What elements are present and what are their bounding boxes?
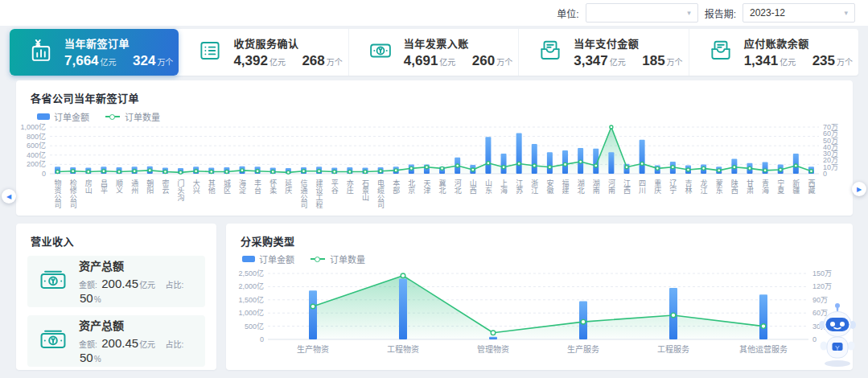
svg-text:顺义: 顺义 [115, 179, 123, 194]
kpi-strip: 当年新签订单 7,664亿元 324万个 收货服务确认 4,392亿元 268万… [10, 29, 858, 76]
panel-title: 分采购类型 [241, 233, 295, 249]
svg-text:管理物资: 管理物资 [477, 344, 509, 354]
legend-label: 订单数量 [330, 253, 365, 265]
kpi-amount-unit: 亿元 [780, 58, 796, 67]
svg-text:1,000亿: 1,000亿 [20, 122, 46, 131]
kpi-count: 235 [812, 53, 835, 68]
svg-text:工程物资: 工程物资 [387, 344, 419, 354]
svg-text:600亿: 600亿 [27, 141, 46, 150]
kpi-count-unit: 万个 [837, 58, 853, 67]
kpi-amount-unit: 亿元 [269, 58, 286, 67]
svg-text:吉林: 吉林 [684, 179, 692, 195]
kpi-title: 当年新签订单 [64, 35, 173, 51]
ratio-label: 占比: [166, 340, 184, 349]
legend-label: 订单金额 [259, 253, 294, 265]
period-filter-label: 报告期: [705, 6, 736, 20]
revenue-panel: 营业收入 资产总额 金额: 200.45亿元 占比: 50% [16, 224, 216, 370]
svg-text:建设工程: 建设工程 [315, 179, 323, 209]
legend-item-order-count[interactable]: 订单数量 [311, 253, 365, 265]
amount-value: 200.45 [101, 336, 138, 350]
svg-text:密云: 密云 [161, 179, 169, 195]
svg-text:其他运营服务: 其他运营服务 [739, 344, 788, 354]
amount-label: 金额: [79, 281, 97, 290]
kpi-amount: 4,691 [404, 53, 438, 68]
carousel-next-button[interactable]: ▶ [852, 182, 866, 196]
ratio-unit: % [94, 355, 101, 364]
asset-total-card[interactable]: 资产总额 金额: 200.45亿元 占比: 50% [27, 256, 205, 307]
kpi-amount-unit: 亿元 [610, 58, 626, 67]
kpi-title: 当年支付金额 [574, 35, 682, 51]
unit-select[interactable]: ▾ [586, 3, 698, 23]
panel-title: 营业收入 [31, 233, 74, 249]
province-orders-panel: 各省公司当年新签订单 订单金额 订单数量 0200亿400亿600亿800亿1,… [16, 80, 853, 216]
svg-text:信通公司: 信通公司 [299, 179, 307, 208]
receipt-list-icon [198, 39, 222, 66]
province-orders-chart[interactable]: 0200亿400亿600亿800亿1,000亿010万20万30万40万50万6… [16, 122, 853, 216]
svg-text:平谷: 平谷 [331, 179, 339, 195]
kpi-card-new-orders[interactable]: 当年新签订单 7,664亿元 324万个 [10, 29, 179, 76]
svg-text:400亿: 400亿 [27, 150, 46, 159]
svg-text:1,500亿: 1,500亿 [238, 295, 264, 304]
purchase-type-chart[interactable]: 0500亿1,000亿1,500亿2,000亿2,500亿030万60万90万1… [226, 269, 853, 368]
line-swatch-icon [105, 116, 120, 117]
kpi-amount: 1,341 [744, 53, 779, 68]
svg-text:湖北: 湖北 [577, 179, 585, 195]
svg-text:工程服务: 工程服务 [657, 344, 689, 354]
svg-text:冀北: 冀北 [438, 179, 446, 195]
kpi-amount-unit: 亿元 [101, 58, 117, 67]
svg-text:北京: 北京 [407, 179, 415, 195]
svg-text:怀柔: 怀柔 [269, 179, 277, 195]
svg-text:江苏: 江苏 [515, 179, 523, 195]
legend: 订单金额 订单数量 [37, 110, 160, 123]
kpi-title: 收货服务确认 [233, 35, 342, 51]
svg-text:延庆: 延庆 [284, 179, 292, 195]
svg-text:辽宁: 辽宁 [668, 179, 677, 194]
svg-text:天津: 天津 [422, 179, 430, 195]
svg-text:龙江: 龙江 [700, 179, 708, 195]
legend-item-order-amount[interactable]: 订单金额 [37, 110, 89, 123]
asset-total-card[interactable]: 资产总额 金额: 200.45亿元 占比: 50% [27, 315, 205, 367]
kpi-count-unit: 万个 [667, 58, 683, 67]
banknote-icon [368, 39, 393, 66]
kpi-title: 应付账款余额 [744, 35, 853, 51]
svg-text:河北: 河北 [454, 179, 462, 195]
svg-text:山西: 山西 [469, 179, 477, 195]
svg-text:湖南: 湖南 [592, 179, 600, 194]
kpi-amount: 7,664 [64, 53, 99, 68]
arrow-left-icon: ◀ [6, 193, 11, 200]
kpi-card-payable-balance[interactable]: 应付账款余额 1,341亿元 235万个 [689, 29, 858, 76]
kpi-card-invoice[interactable]: 当年发票入账 4,691亿元 260万个 [348, 29, 518, 76]
svg-text:200亿: 200亿 [27, 159, 46, 168]
kpi-count-unit: 万个 [327, 58, 343, 67]
svg-text:大兴: 大兴 [192, 179, 200, 195]
svg-text:房山: 房山 [84, 179, 93, 194]
carousel-prev-button[interactable]: ◀ [2, 189, 16, 203]
svg-text:生产服务: 生产服务 [567, 344, 599, 354]
svg-text:500亿: 500亿 [245, 322, 264, 331]
amount-label: 金额: [79, 340, 97, 349]
svg-text:70万: 70万 [823, 123, 838, 131]
legend-item-order-amount[interactable]: 订单金额 [242, 253, 294, 265]
svg-text:江西: 江西 [623, 179, 631, 195]
svg-text:甘肃: 甘肃 [746, 179, 754, 195]
svg-text:重庆: 重庆 [653, 179, 661, 195]
kpi-card-receipt-confirm[interactable]: 收货服务确认 4,392亿元 268万个 [179, 29, 348, 76]
kpi-count: 185 [642, 53, 664, 68]
card-title: 资产总额 [79, 317, 205, 333]
kpi-card-payment[interactable]: 当年支付金额 3,347亿元 185万个 [518, 29, 688, 76]
svg-text:门头沟: 门头沟 [177, 179, 185, 202]
purchase-type-panel: 分采购类型 订单金额 订单数量 0500亿1,000亿1,500亿2,000亿2… [226, 224, 853, 370]
kpi-count: 260 [472, 53, 495, 68]
assistant-robot-button[interactable] [814, 299, 861, 368]
svg-text:新疆: 新疆 [792, 179, 800, 195]
svg-text:2,500亿: 2,500亿 [238, 269, 264, 277]
legend: 订单金额 订单数量 [242, 253, 365, 265]
svg-text:电缆公司: 电缆公司 [376, 179, 385, 208]
ratio-label: 占比: [166, 281, 184, 290]
ratio-value: 50 [80, 291, 93, 305]
svg-text:生产物资: 生产物资 [297, 344, 329, 354]
svg-text:安徽: 安徽 [545, 179, 553, 195]
period-select[interactable]: 2023-12 ▾ [743, 3, 855, 23]
svg-text:物资公司: 物资公司 [54, 179, 62, 208]
legend-item-order-count[interactable]: 订单数量 [105, 110, 160, 123]
